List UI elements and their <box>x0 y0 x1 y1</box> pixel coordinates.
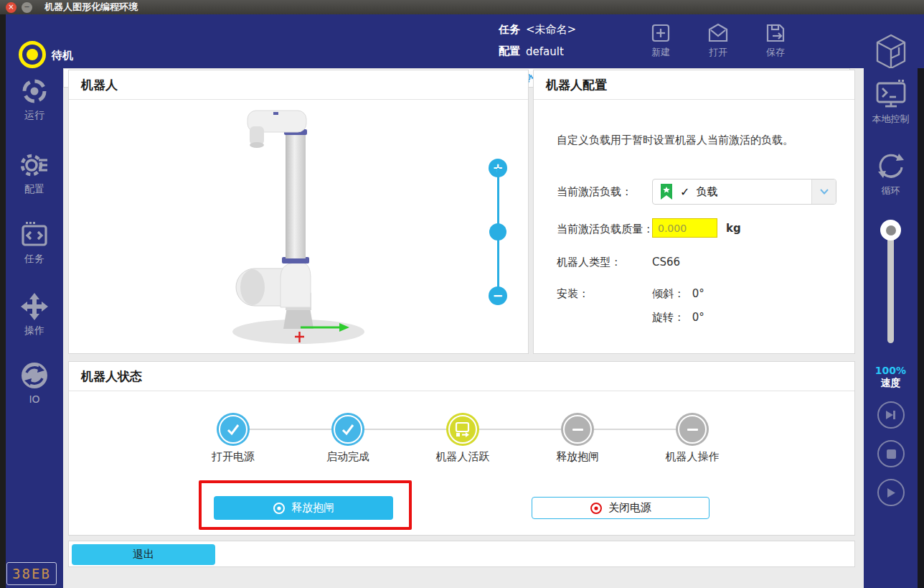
loop-label: 循环 <box>882 185 900 197</box>
robot-config-panel: 机器人配置 自定义负载用于暂时设置机器人当前激活的负载。 当前激活负载： ✓ 负… <box>533 70 855 354</box>
io-sync-icon <box>20 361 49 390</box>
local-control-label: 本地控制 <box>872 113 910 126</box>
step-robot-operate <box>676 413 709 446</box>
sidebar-item-run[interactable]: 运行 <box>6 77 63 122</box>
local-control-button[interactable]: 本地控制 <box>864 79 918 126</box>
step-label-robot-operate: 机器人操作 <box>642 450 742 464</box>
step-startup-done <box>331 413 364 446</box>
active-payload-label: 当前激活负载： <box>557 185 632 199</box>
new-task-button[interactable]: 新建 <box>639 22 682 59</box>
step-power-on <box>217 413 250 446</box>
power-off-label: 关闭电源 <box>608 501 651 515</box>
task-label: 任务 <box>499 23 526 37</box>
robot-status-panel: 机器人状态 打开电源 启动完成 机器人活跃 释放抱闸 <box>68 361 855 536</box>
dash-icon <box>687 429 698 431</box>
terminal-icon <box>874 79 908 109</box>
play-icon <box>887 487 896 498</box>
task-config-block: 任务 <未命名> 配置 default <box>499 21 576 64</box>
loop-button[interactable]: 循环 <box>864 151 918 197</box>
release-brake-label: 释放抱闸 <box>291 501 334 515</box>
payload-bookmark-icon <box>660 183 673 200</box>
step-robot-active <box>446 413 479 446</box>
check-icon <box>340 421 356 437</box>
robot-panel: 机器人 + − <box>68 70 529 354</box>
step-label-power-on: 打开电源 <box>183 450 283 464</box>
main-content: 机器人 + − <box>63 68 864 588</box>
dash-icon <box>572 429 583 431</box>
check-icon <box>225 421 241 437</box>
chevron-down-icon[interactable] <box>811 179 836 204</box>
zoom-slider-knob[interactable] <box>489 223 506 241</box>
mount-label: 安装： <box>557 287 589 301</box>
status-code-badge: 38EB <box>6 562 57 585</box>
robot-type-value: CS66 <box>652 256 680 269</box>
right-sidebar: 本地控制 循环 100% 速度 <box>864 68 918 588</box>
active-payload-dropdown[interactable]: ✓ 负载 <box>652 179 836 205</box>
sidebar-item-io-label: IO <box>29 393 39 405</box>
save-icon <box>764 22 787 44</box>
app-logo-cube-icon <box>874 33 908 73</box>
rotate-value: 0° <box>692 311 704 324</box>
open-task-label: 打开 <box>697 46 740 59</box>
open-icon <box>707 22 730 44</box>
stop-icon <box>887 449 896 459</box>
sidebar-item-task[interactable]: 任务 <box>6 220 63 266</box>
sidebar-item-config-label: 配置 <box>24 183 44 196</box>
zoom-out-button[interactable]: − <box>489 286 507 305</box>
loop-icon <box>874 151 908 181</box>
speed-label: 速度 <box>864 377 918 390</box>
payload-check-icon: ✓ <box>680 185 689 199</box>
right-edge-strip <box>918 68 924 588</box>
mount-tilt-row: 倾斜： 0° <box>652 287 704 301</box>
step-label-robot-active: 机器人活跃 <box>412 450 513 464</box>
robot-state-label: 待机 <box>52 49 73 62</box>
robot-config-title: 机器人配置 <box>534 70 854 100</box>
step-release-brake <box>561 413 594 446</box>
robot-state-icon <box>19 41 46 68</box>
mount-rotate-row: 旋转： 0° <box>652 311 704 325</box>
sidebar-item-operate-label: 操作 <box>24 325 44 337</box>
robot-active-icon <box>454 421 471 438</box>
step-forward-icon <box>885 410 897 420</box>
speed-percent: 100% <box>864 365 918 376</box>
task-row: 任务 <未命名> <box>499 21 576 39</box>
robot-panel-title: 机器人 <box>69 70 528 100</box>
new-file-icon <box>649 22 672 44</box>
open-task-button[interactable]: 打开 <box>697 22 740 59</box>
speed-slider-knob[interactable] <box>880 220 901 241</box>
move-arrows-icon <box>20 292 49 321</box>
sidebar-item-config[interactable]: 配置 <box>6 151 63 196</box>
payload-mass-input[interactable]: 0.000 <box>652 218 717 238</box>
payload-mass-label: 当前激活负载质量： <box>557 223 654 236</box>
step-label-startup-done: 启动完成 <box>298 450 398 464</box>
exit-bar: 退出 <box>68 541 855 567</box>
step-forward-button[interactable] <box>877 401 905 429</box>
robot-status-title: 机器人状态 <box>69 362 854 391</box>
payload-description: 自定义负载用于暂时设置机器人当前激活的负载。 <box>557 134 793 147</box>
tilt-label: 倾斜： <box>652 287 684 300</box>
left-sidebar: 运行 配置 任务 <box>6 68 63 588</box>
robot-type-label: 机器人类型： <box>557 256 621 269</box>
window-minimize-button[interactable]: − <box>22 2 32 13</box>
top-header: 待机 任务 <未命名> 配置 default 新建 打开 <box>0 14 924 68</box>
speed-slider-track[interactable] <box>887 230 894 343</box>
exit-button[interactable]: 退出 <box>72 544 215 565</box>
window-close-button[interactable]: × <box>6 2 16 13</box>
sidebar-item-run-label: 运行 <box>24 109 44 122</box>
sidebar-item-io[interactable]: IO <box>6 361 63 405</box>
task-value: <未命名> <box>526 23 576 37</box>
save-task-button[interactable]: 保存 <box>754 22 797 59</box>
play-button[interactable] <box>877 479 905 506</box>
gear-icon <box>20 151 49 179</box>
active-payload-value: 负载 <box>696 185 717 199</box>
power-off-button[interactable]: 关闭电源 <box>532 497 710 519</box>
window-titlebar: × − 机器人图形化编程环境 <box>0 0 924 14</box>
config-label: 配置 <box>499 45 526 58</box>
robot-3d-view[interactable] <box>230 105 367 347</box>
sidebar-item-task-label: 任务 <box>24 253 44 266</box>
save-task-label: 保存 <box>754 46 797 59</box>
release-brake-button[interactable]: 释放抱闸 <box>214 496 393 520</box>
sidebar-item-operate[interactable]: 操作 <box>6 292 63 337</box>
stop-button[interactable] <box>877 440 905 467</box>
record-circle-red-icon <box>590 502 603 515</box>
